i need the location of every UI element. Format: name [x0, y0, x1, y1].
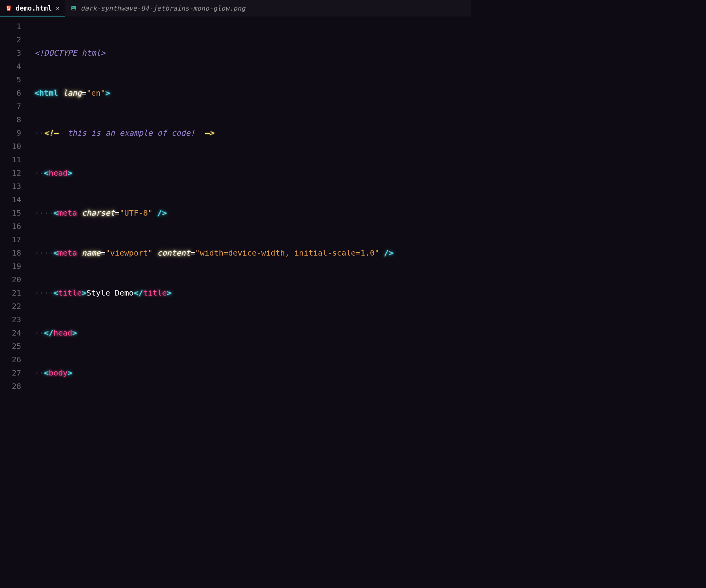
line-number: 18 [0, 246, 21, 260]
line-number: 17 [0, 233, 21, 246]
tab-demo-html[interactable]: demo.html ✕ [0, 0, 65, 16]
code-line: ··<head> [35, 166, 471, 180]
line-number: 28 [0, 379, 21, 392]
tab-label: dark-synthwave-84-jetbrains-mono-glow.pn… [81, 4, 246, 12]
line-number-gutter: 1234567891011121314151617181920212223242… [0, 16, 27, 392]
code-line: ··</head> [35, 326, 471, 339]
line-number: 5 [0, 73, 21, 86]
code-line: ····<meta name="viewport" content="width… [35, 246, 471, 260]
code-area[interactable]: <!DOCTYPE html> <html lang="en"> ··<!— t… [27, 16, 471, 392]
line-number: 10 [0, 140, 21, 153]
line-number: 24 [0, 326, 21, 339]
code-line: <!DOCTYPE html> [35, 46, 471, 60]
line-number: 16 [0, 220, 21, 233]
close-icon[interactable]: ✕ [56, 4, 60, 12]
scrollbar[interactable] [466, 16, 470, 392]
code-line: <html lang="en"> [35, 86, 471, 100]
code-editor[interactable]: 1234567891011121314151617181920212223242… [0, 16, 471, 392]
line-number: 26 [0, 353, 21, 366]
line-number: 12 [0, 166, 21, 180]
line-number: 22 [0, 299, 21, 313]
line-number: 3 [0, 46, 21, 60]
line-number: 11 [0, 153, 21, 166]
line-number: 27 [0, 366, 21, 379]
tab-image-preview[interactable]: dark-synthwave-84-jetbrains-mono-glow.pn… [65, 0, 251, 16]
line-number: 13 [0, 180, 21, 193]
line-number: 7 [0, 100, 21, 113]
html5-icon [5, 5, 12, 11]
svg-point-1 [72, 7, 73, 8]
line-number: 4 [0, 60, 21, 73]
line-number: 14 [0, 193, 21, 206]
tab-label: demo.html [16, 4, 52, 12]
code-line: ··<!— this is an example of code! —> [35, 126, 471, 140]
line-number: 9 [0, 126, 21, 140]
image-icon [71, 5, 77, 11]
line-number: 1 [0, 20, 21, 33]
code-line: ····<title>Style Demo</title> [35, 286, 471, 299]
line-number: 19 [0, 260, 21, 273]
line-number: 23 [0, 313, 21, 326]
code-line: ····<meta charset="UTF-8" /> [35, 206, 471, 220]
line-number: 6 [0, 86, 21, 100]
line-number: 25 [0, 339, 21, 353]
code-line: ··<body> [35, 366, 471, 379]
line-number: 2 [0, 33, 21, 46]
tab-bar: demo.html ✕ dark-synthwave-84-jetbrains-… [0, 0, 471, 16]
line-number: 15 [0, 206, 21, 220]
line-number: 20 [0, 273, 21, 286]
line-number: 21 [0, 286, 21, 299]
line-number: 8 [0, 113, 21, 126]
